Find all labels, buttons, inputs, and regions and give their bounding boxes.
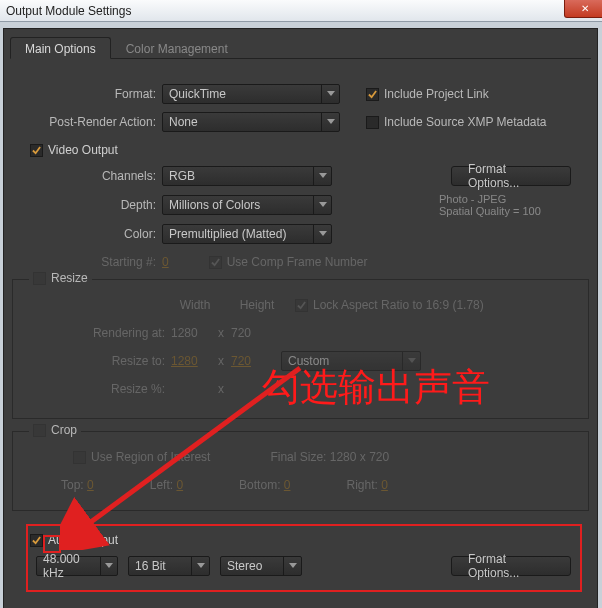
- tab-color-management[interactable]: Color Management: [111, 37, 243, 59]
- include-project-link-label: Include Project Link: [384, 87, 489, 101]
- starting-value[interactable]: 0: [162, 255, 169, 269]
- chevron-down-icon: [402, 352, 420, 370]
- top-value[interactable]: 0: [87, 478, 94, 492]
- chevron-down-icon: [313, 167, 331, 185]
- color-label: Color:: [12, 227, 162, 241]
- color-value: Premultiplied (Matted): [169, 227, 286, 241]
- channels-value: RGB: [169, 169, 195, 183]
- check-icon: [211, 258, 220, 267]
- resize-to-h[interactable]: 720: [231, 354, 271, 368]
- chevron-down-icon: [283, 557, 301, 575]
- chevron-down-icon: [191, 557, 209, 575]
- audio-bit-depth-select[interactable]: 16 Bit: [128, 556, 210, 576]
- audio-format-options-button[interactable]: Format Options...: [451, 556, 571, 576]
- post-render-label: Post-Render Action:: [12, 115, 162, 129]
- lock-aspect-label: Lock Aspect Ratio to 16:9 (1.78): [313, 298, 484, 312]
- codec-line1: Photo - JPEG: [439, 193, 589, 205]
- resize-width-header: Width: [171, 298, 219, 312]
- bottom-value[interactable]: 0: [284, 478, 291, 492]
- resize-pct-label: Resize %:: [21, 382, 171, 396]
- channels-select[interactable]: RGB: [162, 166, 332, 186]
- final-size: Final Size: 1280 x 720: [270, 450, 389, 464]
- audio-bit-depth-value: 16 Bit: [135, 559, 166, 573]
- use-comp-label: Use Comp Frame Number: [227, 255, 368, 269]
- use-region-checkbox: [73, 451, 86, 464]
- top-label: Top:: [61, 478, 84, 492]
- include-xmp-label: Include Source XMP Metadata: [384, 115, 547, 129]
- window-title: Output Module Settings: [6, 4, 131, 18]
- rendering-h: 720: [231, 326, 271, 340]
- include-xmp-checkbox[interactable]: [366, 116, 379, 129]
- check-icon: [32, 536, 41, 545]
- resize-to-label: Resize to:: [21, 354, 171, 368]
- use-comp-checkbox: [209, 256, 222, 269]
- chevron-down-icon: [321, 85, 339, 103]
- right-label: Right:: [347, 478, 378, 492]
- titlebar: Output Module Settings: [0, 0, 602, 22]
- audio-output-label: Audio Output: [48, 533, 118, 547]
- channels-label: Channels:: [12, 169, 162, 183]
- chevron-down-icon: [313, 196, 331, 214]
- audio-output-header: Audio Output: [12, 533, 589, 547]
- close-icon: ✕: [581, 3, 589, 14]
- dialog-body: Main Options Color Management Format: Qu…: [3, 28, 598, 608]
- check-icon: [32, 146, 41, 155]
- crop-checkbox[interactable]: [33, 424, 46, 437]
- right-value[interactable]: 0: [381, 478, 388, 492]
- post-render-value: None: [169, 115, 198, 129]
- chevron-down-icon: [100, 557, 117, 575]
- chevron-down-icon: [313, 225, 331, 243]
- audio-sample-rate-value: 48.000 kHz: [43, 552, 100, 580]
- crop-label: Crop: [51, 423, 77, 437]
- resize-height-header: Height: [233, 298, 281, 312]
- tabstrip: Main Options Color Management: [10, 37, 591, 59]
- bottom-label: Bottom:: [239, 478, 280, 492]
- audio-sample-rate-select[interactable]: 48.000 kHz: [36, 556, 118, 576]
- left-label: Left:: [150, 478, 173, 492]
- format-select[interactable]: QuickTime: [162, 84, 340, 104]
- rendering-w: 1280: [171, 326, 211, 340]
- depth-select[interactable]: Millions of Colors: [162, 195, 332, 215]
- depth-label: Depth:: [12, 198, 162, 212]
- video-output-header: Video Output: [12, 143, 589, 157]
- main-panel: Format: QuickTime Include Project Link P…: [10, 67, 591, 585]
- resize-to-w[interactable]: 1280: [171, 354, 211, 368]
- depth-value: Millions of Colors: [169, 198, 260, 212]
- tab-main-options[interactable]: Main Options: [10, 37, 111, 59]
- audio-channels-select[interactable]: Stereo: [220, 556, 302, 576]
- resize-group: Resize Width Height Lock Aspect Ratio to…: [12, 279, 589, 419]
- video-format-options-button[interactable]: Format Options...: [451, 166, 571, 186]
- starting-label: Starting #:: [12, 255, 162, 269]
- color-select[interactable]: Premultiplied (Matted): [162, 224, 332, 244]
- crop-group: Crop Use Region of Interest Final Size: …: [12, 431, 589, 511]
- rendering-at-label: Rendering at:: [21, 326, 171, 340]
- post-render-select[interactable]: None: [162, 112, 340, 132]
- check-icon: [368, 90, 377, 99]
- resize-preset-value: Custom: [288, 354, 329, 368]
- resize-checkbox[interactable]: [33, 272, 46, 285]
- include-project-link-checkbox[interactable]: [366, 88, 379, 101]
- use-region-label: Use Region of Interest: [91, 450, 210, 464]
- video-output-label: Video Output: [48, 143, 118, 157]
- audio-channels-value: Stereo: [227, 559, 262, 573]
- codec-line2: Spatial Quality = 100: [439, 205, 589, 217]
- check-icon: [297, 301, 306, 310]
- x-sep: x: [211, 326, 231, 340]
- lock-aspect-checkbox: [295, 299, 308, 312]
- resize-label: Resize: [51, 271, 88, 285]
- left-value[interactable]: 0: [176, 478, 183, 492]
- format-value: QuickTime: [169, 87, 226, 101]
- window-close-button[interactable]: ✕: [564, 0, 602, 18]
- audio-output-checkbox[interactable]: [30, 534, 43, 547]
- resize-preset-select: Custom: [281, 351, 421, 371]
- chevron-down-icon: [321, 113, 339, 131]
- format-label: Format:: [12, 87, 162, 101]
- video-output-checkbox[interactable]: [30, 144, 43, 157]
